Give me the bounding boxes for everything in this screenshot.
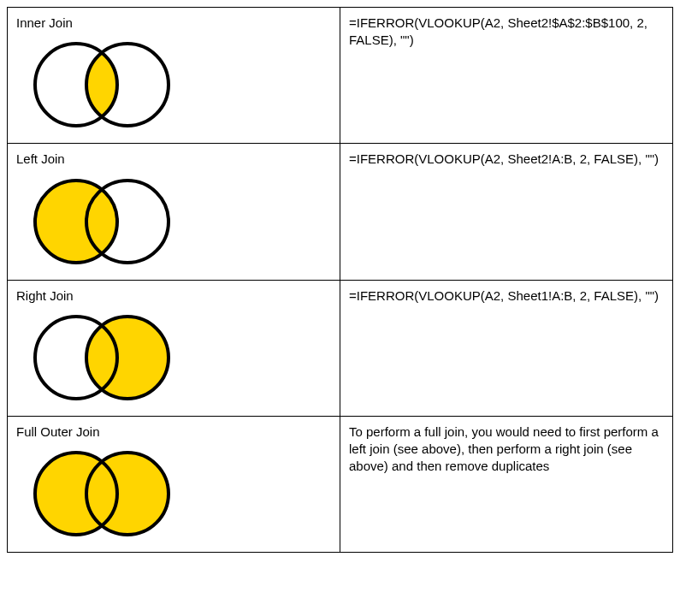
table-row: Inner Join =IFERROR(VLOOKUP(A2	[8, 8, 673, 144]
formula-cell: =IFERROR(VLOOKUP(A2, Sheet2!$A$2:$B$100,…	[340, 8, 673, 144]
formula-cell: To perform a full join, you would need t…	[340, 416, 673, 552]
table-row: Right Join =IFERROR(VLOOKUP(A2, Sheet1!A…	[8, 280, 673, 416]
join-cell: Left Join	[8, 144, 340, 280]
formula-text: =IFERROR(VLOOKUP(A2, Sheet2!$A$2:$B$100,…	[349, 15, 647, 47]
join-label: Left Join	[16, 151, 331, 168]
join-cell: Full Outer Join	[8, 416, 340, 552]
venn-left-join-icon	[16, 170, 331, 273]
table-row: Left Join =IFERROR(VLOOKUP(A2, Sheet2!A:…	[8, 144, 673, 280]
formula-cell: =IFERROR(VLOOKUP(A2, Sheet1!A:B, 2, FALS…	[340, 280, 673, 416]
join-label: Right Join	[16, 287, 331, 305]
join-label: Inner Join	[16, 15, 331, 32]
venn-inner-join-icon	[16, 33, 331, 136]
join-cell: Inner Join	[8, 8, 340, 144]
formula-text: To perform a full join, you would need t…	[349, 424, 659, 474]
venn-full-outer-join-icon	[16, 442, 331, 545]
join-cell: Right Join	[8, 280, 340, 416]
formula-cell: =IFERROR(VLOOKUP(A2, Sheet2!A:B, 2, FALS…	[340, 144, 673, 280]
formula-text: =IFERROR(VLOOKUP(A2, Sheet2!A:B, 2, FALS…	[349, 151, 659, 166]
join-label: Full Outer Join	[16, 424, 331, 441]
table-row: Full Outer Join To perform a full join, …	[8, 416, 673, 552]
venn-right-join-icon	[16, 306, 331, 409]
formula-text: =IFERROR(VLOOKUP(A2, Sheet1!A:B, 2, FALS…	[349, 288, 659, 303]
joins-table: Inner Join =IFERROR(VLOOKUP(A2	[7, 7, 673, 553]
